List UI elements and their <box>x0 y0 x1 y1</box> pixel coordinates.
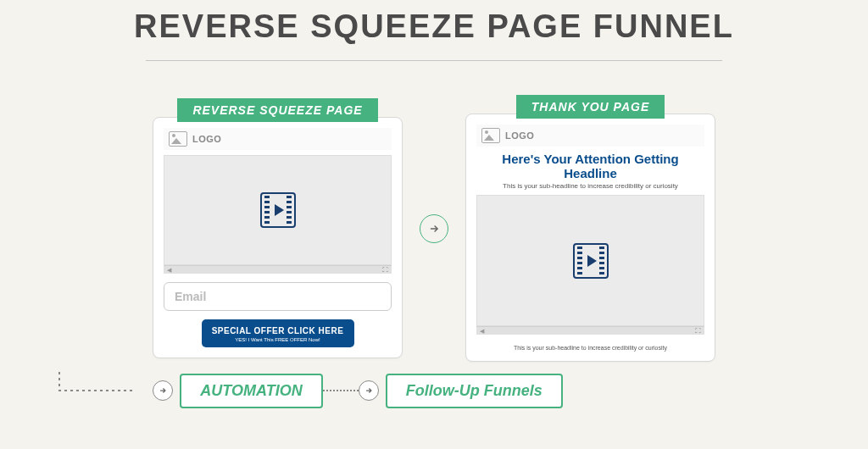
play-icon <box>275 204 284 216</box>
scroll-bar: ◀ ⛶ <box>476 326 704 335</box>
video-icon <box>573 243 609 279</box>
scroll-bar: ◀ ⛶ <box>164 265 392 274</box>
subheadline: This is your sub-headline to increase cr… <box>476 182 704 190</box>
video-icon <box>260 192 296 228</box>
play-icon <box>587 255 597 267</box>
arrow-right-small-icon <box>153 380 173 401</box>
thankyou-page-label: THANK YOU PAGE <box>516 95 665 119</box>
cta-sub-text: YES! I Want This FREE OFFER Now! <box>205 337 351 342</box>
logo-text: LOGO <box>505 130 534 141</box>
logo-text: LOGO <box>192 134 221 144</box>
email-input[interactable]: Email <box>164 282 392 311</box>
dotted-connector <box>323 390 359 391</box>
divider <box>146 60 722 61</box>
thankyou-page-wrapper: THANK YOU PAGE LOGO Here's Your Attentio… <box>465 95 715 362</box>
cta-button[interactable]: SPECIAL OFFER CLICK HERE YES! I Want Thi… <box>202 319 354 347</box>
squeeze-page-label: REVERSE SQUEEZE PAGE <box>177 98 377 122</box>
dotted-connector <box>51 372 153 409</box>
footer-text: This is your sub-headline to increase cr… <box>476 345 704 351</box>
cta-main-text: SPECIAL OFFER CLICK HERE <box>205 326 351 335</box>
scroll-left-icon: ◀ <box>480 328 484 335</box>
image-placeholder-icon <box>169 131 187 147</box>
headline: Here's Your Attention Getting Headline <box>476 152 704 180</box>
scroll-left-icon: ◀ <box>167 267 171 274</box>
squeeze-page-wrapper: REVERSE SQUEEZE PAGE LOGO ◀ ⛶ Email <box>153 98 403 358</box>
funnel-row: REVERSE SQUEEZE PAGE LOGO ◀ ⛶ Email <box>34 95 834 362</box>
automation-row: AUTOMATION Follow-Up Funnels <box>34 372 834 409</box>
scroll-expand-icon: ⛶ <box>382 267 388 273</box>
logo-bar: LOGO <box>164 128 392 150</box>
squeeze-page-card: LOGO ◀ ⛶ Email SPECIAL OFFER CLICK HERE … <box>153 117 403 358</box>
arrow-right-icon <box>420 214 448 243</box>
arrow-right-small-icon <box>359 380 379 401</box>
logo-bar: LOGO <box>476 125 704 147</box>
thankyou-page-card: LOGO Here's Your Attention Getting Headl… <box>465 114 715 362</box>
page-title: REVERSE SQUEEZE PAGE FUNNEL <box>34 8 834 45</box>
scroll-expand-icon: ⛶ <box>695 328 701 334</box>
automation-box: AUTOMATION <box>180 374 322 408</box>
video-placeholder <box>476 195 704 326</box>
image-placeholder-icon <box>481 128 500 143</box>
followup-box: Follow-Up Funnels <box>386 374 563 408</box>
video-placeholder <box>164 155 392 265</box>
